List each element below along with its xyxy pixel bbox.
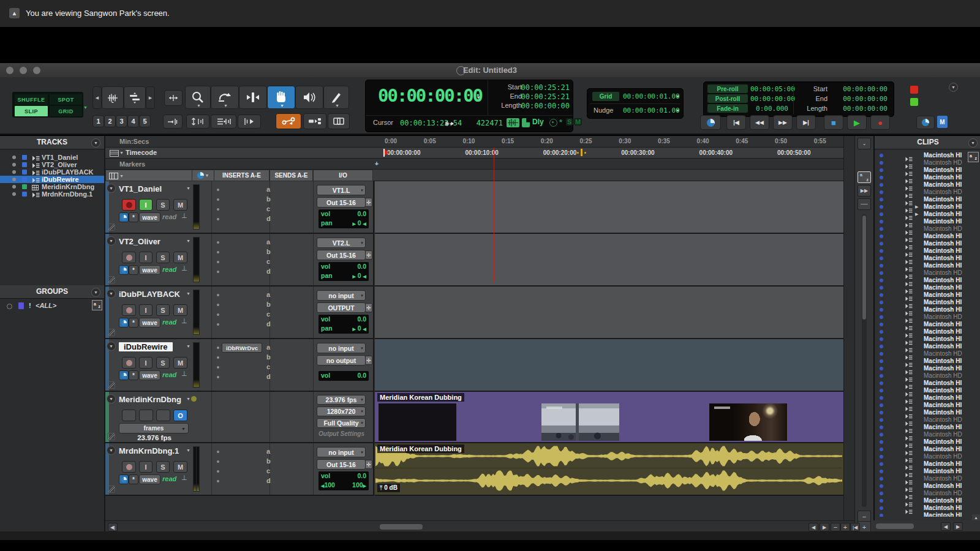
elastic-audio-plugin-icon[interactable]: ⊥ — [181, 317, 187, 325]
solo-button[interactable]: S — [156, 199, 170, 211]
track-collapse-chevron-icon[interactable]: ▼ — [107, 289, 116, 298]
video-output-settings[interactable]: Output Settings — [318, 430, 364, 437]
play-button[interactable]: ▶ — [847, 115, 867, 130]
clip-list-item[interactable]: Macintosh HD — [875, 313, 980, 321]
clip-list-item[interactable]: Macintosh HI — [875, 181, 980, 189]
clip-list-item[interactable]: Macintosh HI — [875, 306, 980, 313]
send-slot-c[interactable]: c — [266, 363, 270, 370]
track-name-caret-icon[interactable]: ▼ — [186, 448, 190, 452]
insert-slot-3[interactable] — [217, 271, 219, 273]
track-view-selector[interactable]: wave — [139, 474, 160, 484]
clip-list-item[interactable]: Macintosh HI — [875, 174, 980, 181]
clip-list-item[interactable]: Macintosh HD — [875, 159, 980, 167]
mute-button[interactable]: M — [173, 304, 187, 316]
pan-right-value[interactable]: 100▶ — [352, 481, 366, 490]
mute-button[interactable]: M — [173, 199, 187, 211]
delay-compensation-icon[interactable] — [522, 118, 530, 127]
clip-list-item[interactable]: Macintosh HI — [875, 387, 980, 394]
video-view-selector[interactable]: frames▼ — [119, 423, 189, 433]
toolbar-options-chevron-icon[interactable]: ▼ — [949, 83, 958, 92]
video-io-row-1[interactable]: 1280x720▼ — [317, 407, 366, 416]
insert-slot-1[interactable] — [217, 251, 219, 253]
clip-list-item[interactable]: Macintosh HI — [875, 482, 980, 490]
insert-slot-3[interactable] — [217, 323, 219, 326]
record-button[interactable]: ● — [870, 115, 890, 130]
zoom-preset-2[interactable]: 2 — [104, 115, 116, 127]
clip-list-item[interactable]: Macintosh HI — [875, 255, 980, 262]
scroll-to-start-button[interactable]: ◀| — [108, 523, 118, 531]
output-selector[interactable]: Out 15-16 — [317, 197, 366, 208]
elastic-audio-plugin-icon[interactable]: ⊥ — [181, 370, 187, 378]
pan-value[interactable]: ▶ 0 ◀ — [353, 324, 366, 334]
clip-list-item[interactable]: ▶ Macintosh HI — [875, 203, 980, 211]
clip-list-item[interactable]: Macintosh HI — [875, 321, 980, 328]
clip-list-item[interactable]: Macintosh HD — [875, 431, 980, 438]
timeline-online-button[interactable] — [916, 116, 935, 129]
track-color-swatch[interactable] — [22, 184, 27, 189]
output-selector[interactable]: Out 15-16 — [317, 459, 366, 470]
automation-mode-selector[interactable]: read — [162, 371, 176, 378]
output-selector[interactable]: OUTPUT — [317, 302, 366, 313]
clip-list-item[interactable]: Macintosh HI — [875, 402, 980, 409]
track-view-caret-icon[interactable]: ▼ — [119, 174, 124, 178]
zoom-toggle-button[interactable] — [164, 90, 183, 106]
record-arm-button[interactable] — [122, 199, 136, 211]
record-arm-button[interactable] — [122, 461, 136, 473]
clip-list-item[interactable]: Macintosh HD — [875, 269, 980, 277]
clip-gain-label[interactable]: ⤒ 0 dB — [377, 484, 400, 492]
stop-button[interactable]: ■ — [824, 115, 843, 130]
track-show-dot[interactable] — [12, 170, 16, 174]
track-name[interactable]: iDubPLAYBACK — [119, 290, 180, 299]
track-collapse-chevron-icon[interactable]: ▼ — [107, 184, 116, 193]
solo-button[interactable]: S — [156, 461, 170, 473]
send-slot-b[interactable]: b — [266, 301, 271, 308]
track-name[interactable]: iDubRewire — [119, 342, 173, 351]
groups-panel-chevron-icon[interactable]: ▼ — [91, 288, 100, 297]
clips-collapse-icon[interactable]: ── — [858, 198, 871, 210]
send-slot-b[interactable]: b — [266, 248, 271, 255]
clip-list-item[interactable]: Macintosh HD — [875, 453, 980, 460]
insert-plugin-iDbRWrDvc[interactable]: iDbRWrDvc — [222, 343, 262, 353]
record-arm-button[interactable] — [122, 252, 136, 263]
vol-value[interactable]: 0.0 — [357, 315, 366, 324]
insert-slot-3[interactable] — [217, 376, 219, 378]
track-color-swatch[interactable] — [22, 155, 27, 160]
lane-idubrewire[interactable] — [375, 339, 843, 392]
automation-mode-selector[interactable]: read — [162, 475, 176, 482]
timebase-clock-icon[interactable] — [119, 370, 129, 380]
elastic-audio-asterisk-icon[interactable]: * — [129, 474, 138, 484]
send-slot-c[interactable]: c — [266, 258, 270, 265]
track-collapse-chevron-icon[interactable]: ▼ — [107, 394, 116, 403]
track-name-caret-icon[interactable]: ▼ — [186, 239, 190, 243]
clip-list-item[interactable]: Macintosh HD — [875, 189, 980, 196]
track-color-swatch[interactable] — [22, 192, 27, 197]
clip-list-item[interactable]: Macintosh HI — [875, 460, 980, 468]
mute-button[interactable]: M — [173, 461, 187, 473]
transport-end-value[interactable]: 00:00:00:00 — [834, 95, 888, 103]
track-name[interactable]: MrdnKrnDbng.1 — [119, 446, 179, 455]
trimmer-tool-button[interactable]: ▼ — [211, 86, 239, 109]
main-counter-caret-icon[interactable]: ▼ — [476, 95, 481, 100]
send-slot-c[interactable]: c — [266, 467, 270, 474]
clips-hscroll-thumb[interactable] — [876, 523, 914, 529]
sidebar-track-iDubRewire[interactable]: iDubRewire — [0, 176, 104, 183]
clip-list-item[interactable]: Macintosh HI — [875, 365, 980, 372]
output-selector[interactable]: no output — [317, 355, 366, 365]
track-collapse-chevron-icon[interactable]: ▼ — [107, 342, 116, 351]
track-name-caret-icon[interactable]: ▼ — [186, 397, 190, 401]
transport-start-value[interactable]: 00:00:00:00 — [834, 85, 888, 93]
clip-expand-icon[interactable]: ▶ — [915, 212, 918, 217]
postroll-value[interactable]: 00:00:00:00 — [750, 95, 788, 103]
track-name-caret-icon[interactable]: ▼ — [186, 291, 190, 296]
input-monitor-button[interactable]: I — [139, 357, 153, 369]
clips-hscroll-left-icon[interactable]: ◀ — [941, 522, 951, 531]
track-name-caret-icon[interactable]: ▼ — [186, 344, 190, 348]
send-slot-a[interactable]: a — [266, 291, 270, 298]
track-list-header-cell[interactable]: ▼ — [105, 170, 192, 181]
output-add-icon[interactable]: ✛ — [365, 303, 372, 312]
clip-list-item[interactable]: Macintosh HI — [875, 240, 980, 247]
pan-left-value[interactable]: ◀100 — [321, 481, 335, 490]
track-collapse-chevron-icon[interactable]: ▼ — [107, 236, 116, 246]
elastic-audio-asterisk-icon[interactable]: * — [129, 370, 138, 380]
sidebar-track-MeridinKrnDbng[interactable]: MeridinKrnDbng — [0, 183, 104, 190]
